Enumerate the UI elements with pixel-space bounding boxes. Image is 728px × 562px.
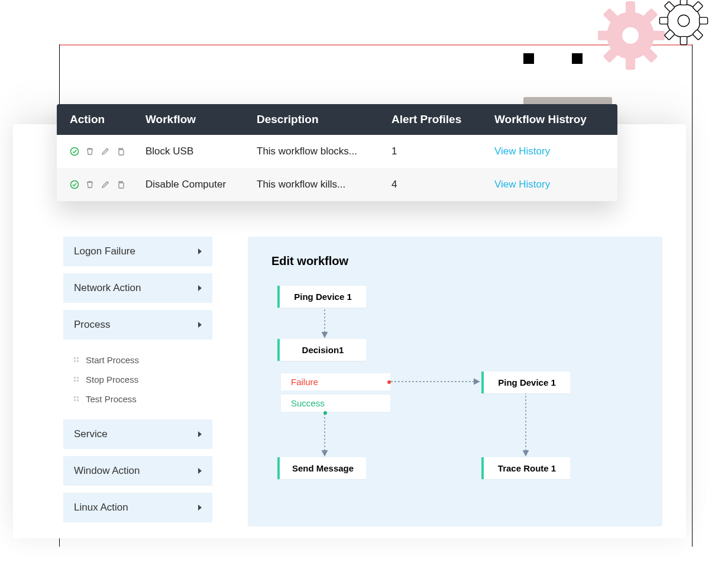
svg-rect-1	[626, 1, 635, 13]
node-label: Send Message	[292, 463, 354, 473]
sidebar-sub-stop-process[interactable]: Stop Process	[74, 370, 212, 389]
editor-title: Edit workflow	[271, 254, 639, 268]
cell-description: This workflow blocks...	[257, 146, 391, 157]
decorative-frame-right	[692, 44, 693, 547]
sidebar-sub-test-process[interactable]: Test Process	[74, 389, 212, 409]
chevron-right-icon	[198, 505, 202, 511]
table-row: Disable Computer This workflow kills... …	[57, 168, 617, 201]
sidebar-item-process[interactable]: Process	[63, 310, 212, 340]
sidebar-sub-start-process[interactable]: Start Process	[74, 350, 212, 370]
sidebar-item-linux-action[interactable]: Linux Action	[63, 493, 212, 522]
approve-icon[interactable]	[70, 180, 79, 189]
workflow-editor-panel: Edit workflow Ping Device 1	[248, 237, 662, 527]
node-label: Decision1	[302, 345, 344, 355]
svg-rect-31	[77, 380, 79, 382]
action-sidebar: Logon Failure Network Action Process Sta…	[63, 237, 212, 527]
sidebar-item-service[interactable]: Service	[63, 419, 212, 449]
view-history-link[interactable]: View History	[494, 146, 550, 157]
delete-icon[interactable]	[85, 180, 95, 189]
cell-description: This workflow kills...	[257, 179, 391, 190]
svg-rect-3	[653, 31, 665, 40]
copy-icon[interactable]	[116, 180, 125, 189]
svg-rect-35	[77, 399, 79, 401]
delete-icon[interactable]	[85, 147, 95, 156]
sidebar-item-label: Window Action	[74, 465, 140, 477]
chevron-right-icon	[198, 285, 202, 291]
svg-rect-34	[74, 399, 76, 401]
sidebar-item-label: Network Action	[74, 282, 141, 294]
edit-icon[interactable]	[101, 147, 110, 156]
copy-icon[interactable]	[116, 147, 125, 156]
col-workflow: Workflow	[145, 113, 257, 126]
cell-alert: 4	[391, 179, 494, 190]
flow-node-trace-route[interactable]: Trace Route 1	[481, 457, 570, 479]
sidebar-item-label: Logon Failure	[74, 246, 135, 257]
sidebar-sub-label: Stop Process	[86, 374, 138, 385]
edit-icon[interactable]	[101, 180, 110, 189]
svg-rect-25	[77, 357, 79, 359]
col-action: Action	[57, 113, 145, 126]
col-description: Description	[257, 113, 391, 126]
col-workflow-history: Workflow Histroy	[494, 113, 617, 126]
svg-rect-26	[74, 360, 76, 362]
sidebar-sub-label: Test Process	[86, 394, 137, 404]
sidebar-item-label: Linux Action	[74, 502, 128, 513]
sidebar-item-window-action[interactable]: Window Action	[63, 456, 212, 486]
node-label: Ping Device 1	[294, 292, 352, 302]
branch-label: Success	[291, 398, 325, 408]
svg-rect-28	[74, 377, 76, 379]
chevron-right-icon	[198, 431, 202, 437]
gear-decoration	[598, 0, 716, 79]
view-history-link[interactable]: View History	[494, 179, 550, 190]
table-row: Block USB This workflow blocks... 1 View…	[57, 135, 617, 168]
svg-rect-27	[77, 360, 79, 362]
svg-rect-33	[77, 396, 79, 398]
cell-workflow: Disable Computer	[145, 179, 257, 190]
flow-node-send-message[interactable]: Send Message	[277, 457, 366, 479]
svg-rect-15	[680, 37, 687, 45]
sidebar-sub-label: Start Process	[86, 355, 139, 365]
drag-handle-icon	[74, 396, 80, 402]
drag-handle-icon	[74, 357, 80, 363]
svg-rect-23	[119, 183, 124, 188]
branch-label: Failure	[291, 377, 318, 387]
svg-point-19	[678, 15, 690, 27]
sidebar-sublist-process: Start Process Stop Process Test Process	[63, 347, 212, 412]
approve-icon[interactable]	[70, 147, 79, 156]
svg-point-9	[622, 27, 639, 44]
chevron-right-icon	[198, 468, 202, 474]
sidebar-item-network-action[interactable]: Network Action	[63, 273, 212, 303]
flow-branch-success[interactable]: Success	[281, 395, 390, 412]
svg-rect-7	[598, 31, 608, 40]
flow-branch-failure[interactable]: Failure	[281, 373, 390, 390]
svg-rect-24	[74, 357, 76, 359]
svg-rect-29	[77, 377, 79, 379]
flow-node-ping-device-2[interactable]: Ping Device 1	[481, 372, 570, 393]
svg-rect-30	[74, 380, 76, 382]
node-label: Trace Route 1	[498, 463, 556, 473]
svg-rect-11	[680, 0, 687, 5]
chevron-right-icon	[198, 248, 202, 254]
svg-rect-17	[659, 17, 668, 24]
node-label: Ping Device 1	[498, 377, 556, 387]
svg-rect-13	[700, 17, 708, 24]
cell-alert: 1	[391, 146, 494, 157]
workflow-canvas[interactable]: Ping Device 1 Decision1 Failure Success …	[271, 286, 639, 499]
sidebar-item-label: Service	[74, 428, 108, 440]
cell-workflow: Block USB	[145, 146, 257, 157]
drag-handle-icon	[74, 377, 80, 383]
svg-rect-32	[74, 396, 76, 398]
svg-rect-21	[119, 150, 124, 155]
connector-dot-icon	[323, 411, 327, 415]
col-alert-profiles: Alert Profiles	[391, 113, 494, 126]
connector-dot-icon	[387, 380, 391, 384]
sidebar-item-logon-failure[interactable]: Logon Failure	[63, 237, 212, 266]
flow-node-decision[interactable]: Decision1	[277, 339, 366, 361]
flow-node-ping-device[interactable]: Ping Device 1	[277, 286, 366, 308]
svg-rect-5	[626, 58, 635, 70]
chevron-right-icon	[198, 322, 202, 328]
sidebar-item-label: Process	[74, 319, 110, 331]
table-header-row: Action Workflow Description Alert Profil…	[57, 104, 617, 135]
workflow-table: Action Workflow Description Alert Profil…	[57, 104, 617, 201]
